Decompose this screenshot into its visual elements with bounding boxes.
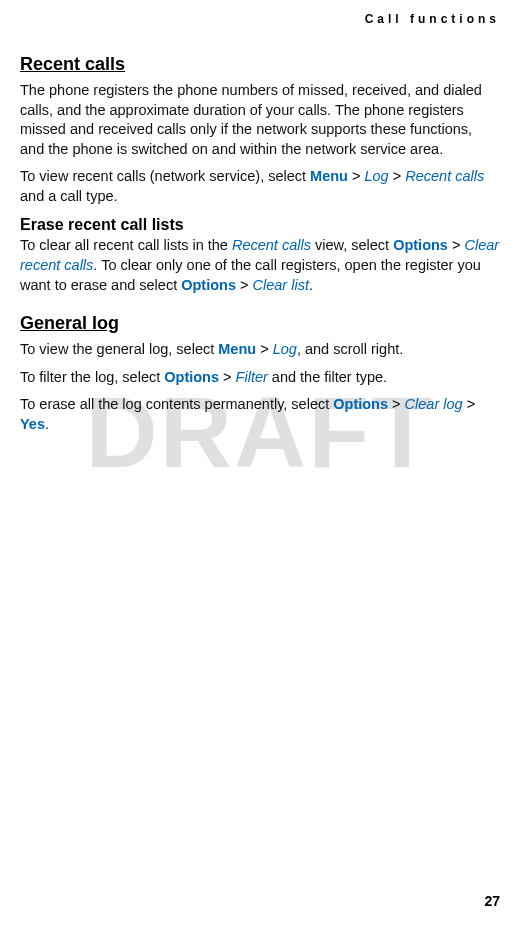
options-keyword: Options <box>333 396 388 412</box>
menu-keyword: Menu <box>310 168 348 184</box>
separator: > <box>236 277 253 293</box>
text: To erase all the log contents permanentl… <box>20 396 333 412</box>
recent-calls-keyword: Recent calls <box>405 168 484 184</box>
page-number: 27 <box>484 893 500 909</box>
text: To filter the log, select <box>20 369 164 385</box>
separator: > <box>463 396 476 412</box>
heading-recent-calls: Recent calls <box>20 54 500 75</box>
page-content: Recent calls The phone registers the pho… <box>20 54 500 434</box>
text: , and scroll right. <box>297 341 403 357</box>
running-header: Call functions <box>365 12 500 26</box>
recent-calls-keyword: Recent calls <box>232 237 311 253</box>
options-keyword: Options <box>164 369 219 385</box>
options-keyword: Options <box>393 237 448 253</box>
paragraph: To erase all the log contents permanentl… <box>20 395 500 434</box>
separator: > <box>256 341 273 357</box>
heading-erase-lists: Erase recent call lists <box>20 216 500 234</box>
text: To view recent calls (network service), … <box>20 168 310 184</box>
paragraph: To view recent calls (network service), … <box>20 167 500 206</box>
text: To clear all recent call lists in the <box>20 237 232 253</box>
text: . <box>45 416 49 432</box>
separator: > <box>348 168 365 184</box>
options-keyword: Options <box>181 277 236 293</box>
text: and the filter type. <box>268 369 387 385</box>
heading-general-log: General log <box>20 313 500 334</box>
section-recent-calls: Recent calls The phone registers the pho… <box>20 54 500 295</box>
filter-keyword: Filter <box>236 369 268 385</box>
log-keyword: Log <box>273 341 297 357</box>
separator: > <box>448 237 465 253</box>
yes-keyword: Yes <box>20 416 45 432</box>
menu-keyword: Menu <box>218 341 256 357</box>
text: . <box>309 277 313 293</box>
paragraph: To filter the log, select Options > Filt… <box>20 368 500 388</box>
clear-log-keyword: Clear log <box>405 396 463 412</box>
paragraph: To view the general log, select Menu > L… <box>20 340 500 360</box>
log-keyword: Log <box>364 168 388 184</box>
separator: > <box>389 168 406 184</box>
clear-list-keyword: Clear list <box>253 277 309 293</box>
paragraph: The phone registers the phone numbers of… <box>20 81 500 159</box>
text: To view the general log, select <box>20 341 218 357</box>
paragraph: To clear all recent call lists in the Re… <box>20 236 500 295</box>
separator: > <box>219 369 236 385</box>
section-general-log: General log To view the general log, sel… <box>20 313 500 434</box>
text: view, select <box>311 237 393 253</box>
text: and a call type. <box>20 188 118 204</box>
separator: > <box>388 396 405 412</box>
